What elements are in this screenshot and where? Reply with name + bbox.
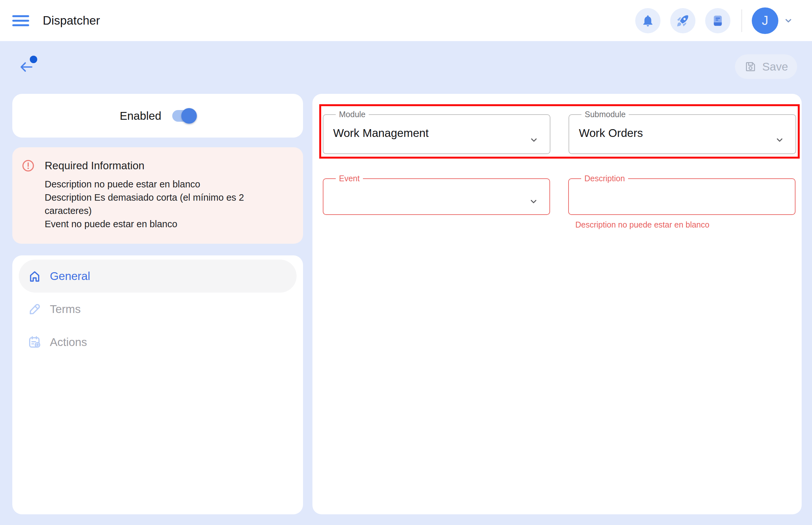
nav-item-general[interactable]: General <box>19 259 297 292</box>
description-field-group: Description Description no puede estar e… <box>568 174 796 229</box>
launch-button[interactable] <box>670 8 695 33</box>
submodule-label: Submodule <box>585 110 625 119</box>
save-icon <box>744 60 757 73</box>
chevron-down-icon[interactable] <box>783 15 794 26</box>
enabled-toggle[interactable] <box>172 110 195 122</box>
home-icon <box>27 269 42 284</box>
page-title: Dispatcher <box>43 14 100 28</box>
nav-item-label: Terms <box>50 303 80 316</box>
docs-button[interactable] <box>705 8 730 33</box>
event-select[interactable]: Event <box>323 174 550 215</box>
alert-error-line: Description no puede estar en blanco <box>45 178 290 191</box>
avatar[interactable]: J <box>752 7 778 34</box>
module-select[interactable]: Module Work Management <box>323 110 550 154</box>
description-input[interactable]: Description <box>568 174 796 215</box>
chevron-down-icon <box>774 134 785 145</box>
menu-icon[interactable] <box>12 15 29 26</box>
enabled-label: Enabled <box>120 109 161 122</box>
description-label: Description <box>585 174 625 183</box>
event-label: Event <box>339 174 360 183</box>
calendar-plus-icon <box>27 335 42 349</box>
top-bar: Dispatcher J <box>0 0 812 41</box>
notification-dot <box>30 56 37 63</box>
rocket-icon <box>676 14 690 28</box>
nav-item-actions[interactable]: Actions <box>19 326 297 359</box>
annotation-highlight-box: Module Work Management Submodule Work Or… <box>319 104 800 159</box>
module-label: Module <box>339 110 366 119</box>
divider <box>741 10 742 32</box>
submodule-value: Work Orders <box>579 119 786 139</box>
save-button[interactable]: Save <box>735 55 797 79</box>
bell-icon <box>641 14 655 28</box>
chevron-down-icon <box>528 134 540 145</box>
book-icon <box>711 14 725 28</box>
submodule-select[interactable]: Submodule Work Orders <box>569 110 796 154</box>
alert-error-line: Event no puede estar en blanco <box>45 217 290 231</box>
nav-item-label: Actions <box>50 336 87 349</box>
back-button[interactable] <box>18 55 44 78</box>
sidebar: Enabled Required Information Description… <box>12 94 303 514</box>
enabled-card: Enabled <box>12 94 303 138</box>
error-icon <box>21 159 35 172</box>
form-panel: Module Work Management Submodule Work Or… <box>312 94 802 514</box>
required-information-alert: Required Information Description no pued… <box>12 147 303 244</box>
module-value: Work Management <box>333 119 540 139</box>
notifications-button[interactable] <box>635 8 661 33</box>
pencil-icon <box>27 302 42 317</box>
description-value <box>579 183 785 194</box>
nav-item-terms[interactable]: Terms <box>19 292 297 326</box>
chevron-down-icon <box>528 196 539 207</box>
section-nav: General Terms Actions <box>12 255 303 514</box>
alert-title: Required Information <box>45 160 144 172</box>
save-label: Save <box>762 60 788 73</box>
alert-error-line: Description Es demasiado corta (el mínim… <box>45 191 290 217</box>
event-value <box>333 183 540 194</box>
description-error-text: Description no puede estar en blanco <box>575 220 796 229</box>
nav-item-label: General <box>50 270 90 283</box>
